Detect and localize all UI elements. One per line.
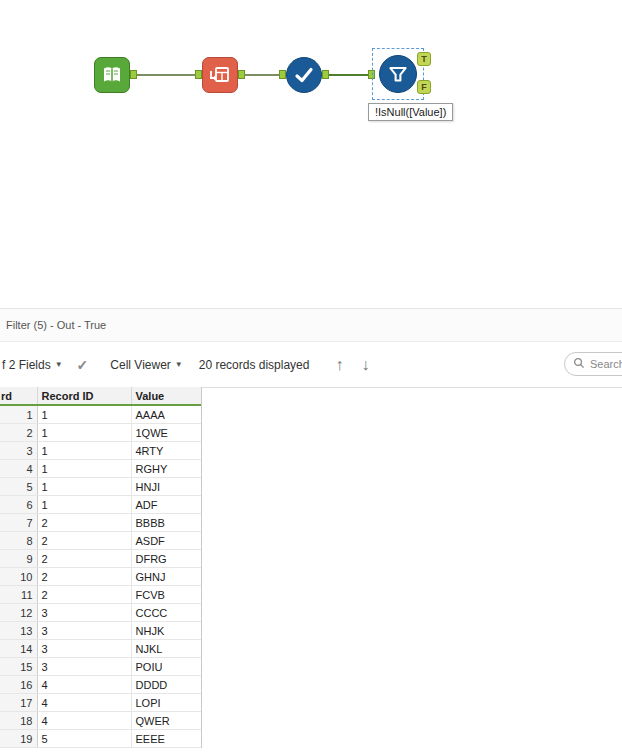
table-row[interactable]: 11AAAA [0,405,201,424]
cell-value: RGHY [131,460,201,478]
fields-dropdown[interactable]: f 2 Fields ▼ [2,358,63,372]
cell-value: HNJI [131,478,201,496]
table-row[interactable]: 211QWE [0,424,201,442]
input-anchor-parse [195,70,202,79]
cell-value: NHJK [131,622,201,640]
cell-value: NJKL [131,640,201,658]
row-number: 11 [0,586,37,604]
row-number: 3 [0,442,37,460]
input-data-tool[interactable] [94,57,130,93]
cell-value: CCCC [131,604,201,622]
records-displayed-label: 20 records displayed [199,358,310,372]
cell-value: FCVB [131,586,201,604]
cell-value: QWER [131,712,201,730]
table-row[interactable]: 174LOPI [0,694,201,712]
cell-viewer-dropdown[interactable]: Cell Viewer ▼ [110,358,182,372]
table-row[interactable]: 112FCVB [0,586,201,604]
cell-record-id: 2 [37,514,131,532]
row-number: 8 [0,532,37,550]
table-arrow-icon [208,63,232,87]
column-header-record[interactable]: rd [0,387,37,405]
table-row[interactable]: 184QWER [0,712,201,730]
results-panel-title: Filter (5) - Out - True [0,309,622,342]
row-number: 15 [0,658,37,676]
cell-value: DFRG [131,550,201,568]
cell-record-id: 1 [37,405,131,424]
table-row[interactable]: 102GHNJ [0,568,201,586]
table-header-row: rd Record ID Value [0,387,201,405]
results-table: rd Record ID Value 11AAAA211QWE314RTY41R… [0,387,202,748]
cell-viewer-label: Cell Viewer [110,358,170,372]
parse-tool[interactable] [202,57,238,93]
cell-value: EEEE [131,730,201,748]
filter-expression-tooltip: !IsNull([Value]) [368,103,453,121]
column-header-value[interactable]: Value [131,387,201,405]
table-row[interactable]: 143NJKL [0,640,201,658]
output-anchor-parse [238,70,245,79]
apply-check-icon[interactable]: ✓ [77,357,89,373]
table-row[interactable]: 164DDDD [0,676,201,694]
table-row[interactable]: 133NHJK [0,622,201,640]
output-anchor-input [130,70,137,79]
table-row[interactable]: 51HNJI [0,478,201,496]
cell-record-id: 3 [37,622,131,640]
filter-true-output-port[interactable]: T [417,52,431,66]
output-anchor-unique [322,70,329,79]
workflow-canvas[interactable]: T F !IsNull([Value]) [0,0,622,308]
chevron-down-icon: ▼ [175,360,183,369]
results-grid[interactable]: rd Record ID Value 11AAAA211QWE314RTY41R… [0,387,202,748]
funnel-icon [385,61,411,87]
cell-value: LOPI [131,694,201,712]
cell-record-id: 5 [37,730,131,748]
fields-dropdown-label: f 2 Fields [2,358,51,372]
cell-value: ASDF [131,532,201,550]
row-number: 14 [0,640,37,658]
row-number: 18 [0,712,37,730]
row-number: 9 [0,550,37,568]
unique-tool[interactable] [286,57,322,93]
chevron-down-icon: ▼ [55,360,63,369]
checkmark-icon [292,63,316,87]
cell-record-id: 4 [37,694,131,712]
scroll-up-button[interactable]: ↑ [335,356,343,374]
search-input[interactable]: Search [564,352,622,376]
row-number: 1 [0,405,37,424]
row-number: 2 [0,424,37,442]
table-row[interactable]: 123CCCC [0,604,201,622]
cell-value: 4RTY [131,442,201,460]
row-number: 17 [0,694,37,712]
book-icon [100,63,124,87]
cell-record-id: 1 [37,460,131,478]
row-number: 12 [0,604,37,622]
filter-tool[interactable] [379,55,417,93]
cell-record-id: 1 [37,424,131,442]
cell-record-id: 2 [37,550,131,568]
table-row[interactable]: 314RTY [0,442,201,460]
cell-record-id: 3 [37,658,131,676]
cell-value: BBBB [131,514,201,532]
cell-value: 1QWE [131,424,201,442]
scroll-down-button[interactable]: ↓ [361,356,369,374]
row-number: 10 [0,568,37,586]
table-row[interactable]: 92DFRG [0,550,201,568]
table-row[interactable]: 153POIU [0,658,201,676]
cell-value: ADF [131,496,201,514]
results-toolbar: f 2 Fields ▼ ✓ Cell Viewer ▼ 20 records … [0,342,622,388]
cell-record-id: 2 [37,532,131,550]
row-number: 19 [0,730,37,748]
table-row[interactable]: 61ADF [0,496,201,514]
cell-record-id: 4 [37,676,131,694]
column-header-record-id[interactable]: Record ID [37,387,131,405]
row-number: 16 [0,676,37,694]
search-placeholder: Search [590,358,622,370]
table-row[interactable]: 195EEEE [0,730,201,748]
cell-value: GHNJ [131,568,201,586]
cell-record-id: 1 [37,496,131,514]
table-row[interactable]: 72BBBB [0,514,201,532]
table-row[interactable]: 82ASDF [0,532,201,550]
filter-false-output-port[interactable]: F [417,80,431,94]
row-number: 5 [0,478,37,496]
results-panel: Filter (5) - Out - True f 2 Fields ▼ ✓ C… [0,308,622,754]
table-row[interactable]: 41RGHY [0,460,201,478]
cell-value: POIU [131,658,201,676]
